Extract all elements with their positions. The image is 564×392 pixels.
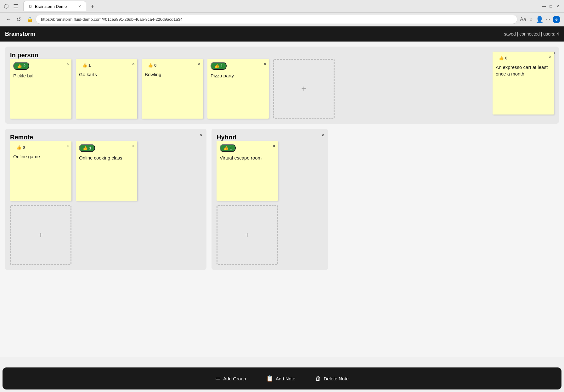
group-hybrid-title: Hybrid xyxy=(217,134,236,141)
active-tab[interactable]: 🗋 Brainstorm Demo × xyxy=(23,1,86,11)
note-gokarts-text: Go karts xyxy=(79,71,134,78)
vote-online-cooking[interactable]: 👍 1 xyxy=(79,144,95,152)
group-in-person: In person × 👍 2 × Pickle ball 👍 1 × Go k… xyxy=(5,47,559,124)
close-note-online-cooking[interactable]: × xyxy=(132,143,135,148)
vote-count-gokarts: 1 xyxy=(88,63,91,68)
note-online-cooking-text: Online cooking class xyxy=(79,154,134,161)
group-remote-close[interactable]: × xyxy=(200,132,203,138)
in-person-notes: 👍 2 × Pickle ball 👍 1 × Go karts 👍 0 xyxy=(10,59,554,119)
main-content: In person × 👍 2 × Pickle ball 👍 1 × Go k… xyxy=(0,42,564,357)
back-button[interactable]: ← xyxy=(4,15,13,23)
edge-icon: e xyxy=(553,16,560,23)
address-bar: ← ↺ 🔒 Aa ☆ 👤 ··· e xyxy=(0,13,564,26)
add-group-button[interactable]: ▭ Add Group xyxy=(210,372,251,384)
vote-count-floating: 0 xyxy=(505,56,507,60)
note-bowling-text: Bowling xyxy=(145,71,200,78)
browser-frame: ⬡ ☰ 🗋 Brainstorm Demo × + — □ ✕ ← ↺ 🔒 Aa… xyxy=(0,0,564,26)
add-note-hybrid-icon: + xyxy=(245,230,250,240)
address-bar-icons: Aa ☆ 👤 ··· e xyxy=(520,16,560,23)
vote-pickle-ball[interactable]: 👍 2 xyxy=(13,62,29,70)
vote-bowling[interactable]: 👍 0 xyxy=(145,62,160,69)
thumbs-up-icon-bl: 👍 xyxy=(148,63,153,68)
app-status: saved | connected | users: 4 xyxy=(504,31,559,36)
delete-note-label: Delete Note xyxy=(324,376,348,381)
close-window-button[interactable]: ✕ xyxy=(555,4,560,9)
address-input[interactable] xyxy=(36,15,517,24)
tab-close-button[interactable]: × xyxy=(78,4,81,9)
remote-notes: 👍 0 × Online game 👍 1 × Online cooking c… xyxy=(10,141,201,265)
delete-note-icon: 🗑 xyxy=(315,375,321,382)
profile-icon[interactable]: 👤 xyxy=(536,16,544,23)
thumbs-up-icon-gk: 👍 xyxy=(82,63,87,68)
hybrid-notes: 👍 1 × Virtual escape room + xyxy=(217,141,323,265)
vote-go-karts[interactable]: 👍 1 xyxy=(79,62,94,69)
read-mode-icon[interactable]: Aa xyxy=(520,17,526,22)
note-pizza-party: 👍 1 × Pizza party xyxy=(207,59,269,119)
add-note-button[interactable]: 📋 Add Note xyxy=(261,372,301,384)
window-controls: — □ ✕ xyxy=(541,4,560,9)
note-pickle-ball: 👍 2 × Pickle ball xyxy=(10,59,71,119)
note-bowling: 👍 0 × Bowling xyxy=(142,59,203,119)
note-go-karts: 👍 1 × Go karts xyxy=(76,59,137,119)
refresh-button[interactable]: ↺ xyxy=(14,15,23,24)
close-note-online-game[interactable]: × xyxy=(66,143,69,148)
favorites-icon[interactable]: ☆ xyxy=(529,16,533,22)
floating-note-text: An expresso cart at least once a month. xyxy=(496,64,551,77)
group-hybrid: Hybrid × 👍 1 × Virtual escape room + xyxy=(212,129,328,270)
maximize-button[interactable]: □ xyxy=(548,4,553,9)
floating-note: 👍 0 × An expresso cart at least once a m… xyxy=(493,52,554,115)
vote-online-game[interactable]: 👍 0 xyxy=(13,144,28,151)
new-tab-button[interactable]: + xyxy=(88,2,97,11)
sidebar-icon: ☰ xyxy=(13,3,18,10)
vote-count-virtual-escape: 1 xyxy=(230,146,232,150)
note-online-game: 👍 0 × Online game xyxy=(10,141,71,201)
tab-page-icon: 🗋 xyxy=(29,4,32,8)
group-hybrid-close[interactable]: × xyxy=(321,132,324,138)
add-note-placeholder-in-person[interactable]: + xyxy=(273,59,335,119)
browser-logo: ⬡ xyxy=(4,3,9,10)
vote-count-pickle: 2 xyxy=(23,64,25,68)
minimize-button[interactable]: — xyxy=(541,4,546,9)
more-options-icon[interactable]: ··· xyxy=(546,17,550,22)
nav-buttons: ← ↺ xyxy=(4,15,23,24)
add-note-placeholder-remote[interactable]: + xyxy=(10,205,71,265)
vote-count-pizza: 1 xyxy=(221,64,223,68)
add-note-placeholder-hybrid[interactable]: + xyxy=(217,205,278,265)
note-pickle-text: Pickle ball xyxy=(13,72,68,79)
thumbs-up-icon-fn: 👍 xyxy=(499,56,504,60)
bottom-toolbar: ▭ Add Group 📋 Add Note 🗑 Delete Note xyxy=(3,367,561,389)
note-online-game-text: Online game xyxy=(13,153,68,160)
lock-icon: 🔒 xyxy=(27,16,33,22)
close-note-bowling[interactable]: × xyxy=(198,61,200,66)
group-in-person-title: In person xyxy=(10,52,38,59)
close-note-pizza[interactable]: × xyxy=(264,61,266,66)
add-group-label: Add Group xyxy=(223,376,246,381)
tab-title: Brainstorm Demo xyxy=(35,4,67,9)
note-virtual-escape-text: Virtual escape room xyxy=(220,154,275,161)
vote-count-bowling: 0 xyxy=(154,63,156,68)
title-bar: ⬡ ☰ 🗋 Brainstorm Demo × + — □ ✕ xyxy=(0,0,564,13)
delete-note-button[interactable]: 🗑 Delete Note xyxy=(310,373,353,384)
add-note-label: Add Note xyxy=(276,376,296,381)
group-remote-title: Remote xyxy=(10,134,33,141)
thumbs-up-icon-pp: 👍 xyxy=(214,64,219,68)
note-virtual-escape: 👍 1 × Virtual escape room xyxy=(217,141,278,201)
thumbs-up-icon-og: 👍 xyxy=(16,145,21,150)
add-note-toolbar-icon: 📋 xyxy=(266,375,273,382)
vote-virtual-escape[interactable]: 👍 1 xyxy=(220,144,236,152)
close-note-pickle[interactable]: × xyxy=(66,61,69,66)
close-note-gokarts[interactable]: × xyxy=(132,61,135,66)
vote-floating-note[interactable]: 👍 0 xyxy=(496,55,510,61)
second-row: Remote × 👍 0 × Online game 👍 1 xyxy=(5,129,559,270)
app-title: Brainstorm xyxy=(5,31,35,37)
tab-bar: 🗋 Brainstorm Demo × + xyxy=(23,1,97,11)
vote-pizza[interactable]: 👍 1 xyxy=(211,62,227,70)
note-online-cooking: 👍 1 × Online cooking class xyxy=(76,141,137,201)
app-header: Brainstorm saved | connected | users: 4 xyxy=(0,26,564,42)
add-group-icon: ▭ xyxy=(215,375,221,382)
vote-count-online-game: 0 xyxy=(23,145,25,150)
close-note-virtual-escape[interactable]: × xyxy=(273,143,275,148)
close-floating-note[interactable]: × xyxy=(549,54,551,59)
thumbs-up-icon: 👍 xyxy=(17,64,22,68)
vote-count-online-cooking: 1 xyxy=(89,146,91,150)
